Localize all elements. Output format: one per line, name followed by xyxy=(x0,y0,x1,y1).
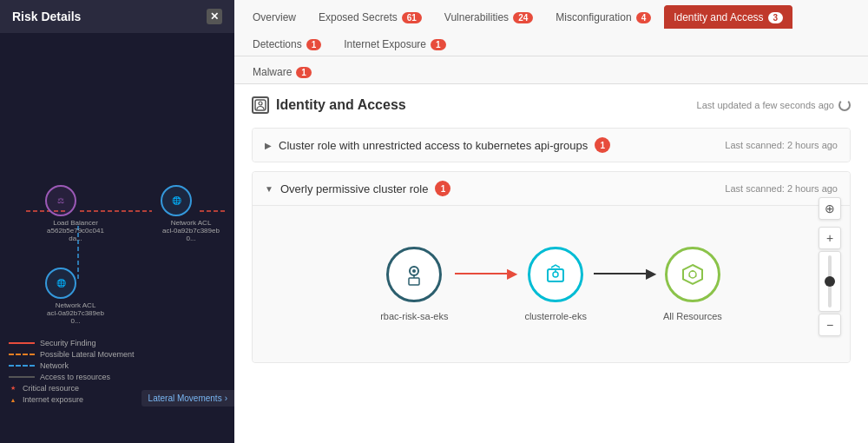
close-button[interactable]: ✕ xyxy=(207,9,222,24)
flow-diagram: rbac-risk-sa-eks ▶ xyxy=(253,206,850,362)
last-updated-text: Last updated a few seconds ago xyxy=(697,100,834,110)
panel-title-text: Risk Details xyxy=(12,10,81,23)
section-header: Identity and Access Last updated a few s… xyxy=(252,96,851,114)
load-balancer-label: Load Balancera562b5e79c0c041da... xyxy=(45,219,106,242)
svg-point-11 xyxy=(553,272,558,277)
tab-overview[interactable]: Overview xyxy=(243,5,306,29)
svg-point-16 xyxy=(688,275,690,277)
legend: Security Finding Possible Lateral Moveme… xyxy=(9,339,135,407)
clusterrole-node-icon[interactable] xyxy=(528,247,583,302)
panel-title: Risk Details ✕ xyxy=(0,0,234,33)
lateral-movements-label: Lateral Movements xyxy=(148,393,222,403)
resources-node-label: All Resources xyxy=(663,311,722,321)
accordion-badge-unrestricted: 1 xyxy=(595,137,610,153)
zoom-controls: ⊕ + − xyxy=(819,197,841,336)
arrow-head-2: ▶ xyxy=(646,267,656,281)
svg-point-15 xyxy=(692,270,694,272)
network-acl-2-icon: 🌐 xyxy=(45,268,76,299)
rbac-node-icon[interactable] xyxy=(386,247,442,302)
refresh-icon[interactable] xyxy=(838,99,851,111)
legend-network: Network xyxy=(40,361,69,370)
accordion-badge-permissive: 1 xyxy=(435,181,450,196)
legend-access: Access to resources xyxy=(40,373,110,381)
load-balancer-icon: ⚖ xyxy=(45,185,76,216)
accordion-header-permissive[interactable]: ▼ Overly permissive cluster role 1 Last … xyxy=(253,172,850,205)
node-network-acl-1[interactable]: 🌐 Network ACLacl-0a92b7c389eb0... xyxy=(161,185,221,242)
legend-security-finding: Security Finding xyxy=(40,339,96,347)
zoom-out-button[interactable]: − xyxy=(819,314,841,336)
flow-node-resources: All Resources xyxy=(663,247,722,321)
tab-identity-access-badge: 3 xyxy=(768,12,784,23)
zoom-slider[interactable] xyxy=(819,251,841,312)
accordion-meta-unrestricted: Last scanned: 2 hours ago xyxy=(725,140,838,150)
svg-rect-8 xyxy=(409,278,419,285)
clusterrole-node-label: clusterrole-eks xyxy=(524,311,587,321)
identity-access-icon xyxy=(252,96,269,114)
tab-malware-badge: 1 xyxy=(296,67,312,78)
left-panel: Risk Details ✕ ⚖ Load Balancera562b5e79c… xyxy=(0,0,234,443)
accordion-body-permissive: rbac-risk-sa-eks ▶ xyxy=(253,205,850,362)
tab-detections-badge: 1 xyxy=(306,39,322,50)
accordion-overly-permissive: ▼ Overly permissive cluster role 1 Last … xyxy=(252,171,851,363)
resources-node-icon[interactable] xyxy=(665,247,720,302)
arrow-head-1: ▶ xyxy=(507,267,517,281)
arrow-line-2 xyxy=(594,273,646,274)
tab-misconfiguration-badge: 4 xyxy=(636,12,652,23)
section-title: Identity and Access xyxy=(252,96,406,114)
node-network-acl-2[interactable]: 🌐 Network ACLacl-0a92b7c389eb0... xyxy=(45,268,106,325)
accordion-meta-permissive: Last scanned: 2 hours ago xyxy=(725,183,838,194)
diagram-wrapper: rbac-risk-sa-eks ▶ xyxy=(253,206,850,362)
flow-arrow-2: ▶ xyxy=(594,267,656,281)
svg-point-17 xyxy=(694,275,696,277)
graph-area: ⚖ Load Balancera562b5e79c0c041da... 🌐 Ne… xyxy=(0,33,234,415)
flow-arrow-1: ▶ xyxy=(455,267,517,281)
chevron-unrestricted: ▶ xyxy=(265,141,272,150)
tab-detections[interactable]: Detections 1 xyxy=(243,32,331,56)
last-updated: Last updated a few seconds ago xyxy=(697,99,851,111)
zoom-slider-track xyxy=(828,255,832,307)
tab-internet-exposure[interactable]: Internet Exposure 1 xyxy=(334,32,455,56)
right-panel: Overview Exposed Secrets 61 Vulnerabilit… xyxy=(234,0,868,443)
rbac-node-label: rbac-risk-sa-eks xyxy=(380,311,448,321)
tab-exposed-secrets[interactable]: Exposed Secrets 61 xyxy=(309,5,431,29)
accordion-title-permissive: ▼ Overly permissive cluster role 1 xyxy=(265,181,450,196)
zoom-in-button[interactable]: + xyxy=(819,227,841,249)
flow-node-rbac: rbac-risk-sa-eks xyxy=(380,247,448,321)
arrow-line-1 xyxy=(455,273,507,274)
lateral-movements-button[interactable]: Lateral Movements › xyxy=(141,390,234,407)
chevron-permissive: ▼ xyxy=(265,184,273,194)
tab-vulnerabilities-badge: 24 xyxy=(513,12,533,23)
network-acl-1-label: Network ACLacl-0a92b7c389eb0... xyxy=(161,219,221,242)
tab-malware[interactable]: Malware 1 xyxy=(243,60,321,83)
accordion-cluster-role-unrestricted: ▶ Cluster role with unrestricted access … xyxy=(252,128,851,162)
accordion-title-text-unrestricted: Cluster role with unrestricted access to… xyxy=(279,139,588,152)
tabs-bar: Overview Exposed Secrets 61 Vulnerabilit… xyxy=(234,0,868,56)
zoom-slider-thumb xyxy=(825,276,835,287)
tab-exposed-secrets-badge: 61 xyxy=(402,12,422,23)
accordion-header-unrestricted[interactable]: ▶ Cluster role with unrestricted access … xyxy=(253,129,850,162)
node-load-balancer[interactable]: ⚖ Load Balancera562b5e79c0c041da... xyxy=(45,185,106,242)
svg-point-14 xyxy=(689,271,696,278)
network-acl-1-icon: 🌐 xyxy=(161,185,192,216)
flow-node-clusterrole: clusterrole-eks xyxy=(524,247,587,321)
svg-marker-13 xyxy=(683,265,702,284)
tab-misconfiguration[interactable]: Misconfiguration 4 xyxy=(546,5,661,29)
network-acl-2-label: Network ACLacl-0a92b7c389eb0... xyxy=(45,301,106,325)
tab-vulnerabilities[interactable]: Vulnerabilities 24 xyxy=(435,5,542,29)
tab-identity-access[interactable]: Identity and Access 3 xyxy=(664,5,792,29)
accordion-title-unrestricted: ▶ Cluster role with unrestricted access … xyxy=(265,137,610,153)
svg-point-5 xyxy=(259,102,262,105)
tabs-bar-row2: Malware 1 xyxy=(234,56,868,84)
legend-internet: Internet exposure xyxy=(23,395,83,404)
legend-lateral-movement: Possible Lateral Movement xyxy=(40,350,135,359)
legend-critical: Critical resource xyxy=(23,384,79,393)
content-area: Identity and Access Last updated a few s… xyxy=(234,84,868,443)
tab-internet-exposure-badge: 1 xyxy=(431,39,446,50)
pan-button[interactable]: ⊕ xyxy=(819,197,841,220)
lateral-movements-chevron: › xyxy=(225,393,227,403)
section-title-text: Identity and Access xyxy=(276,97,406,113)
svg-point-7 xyxy=(412,269,416,273)
accordion-title-text-permissive: Overly permissive cluster role xyxy=(280,182,429,195)
